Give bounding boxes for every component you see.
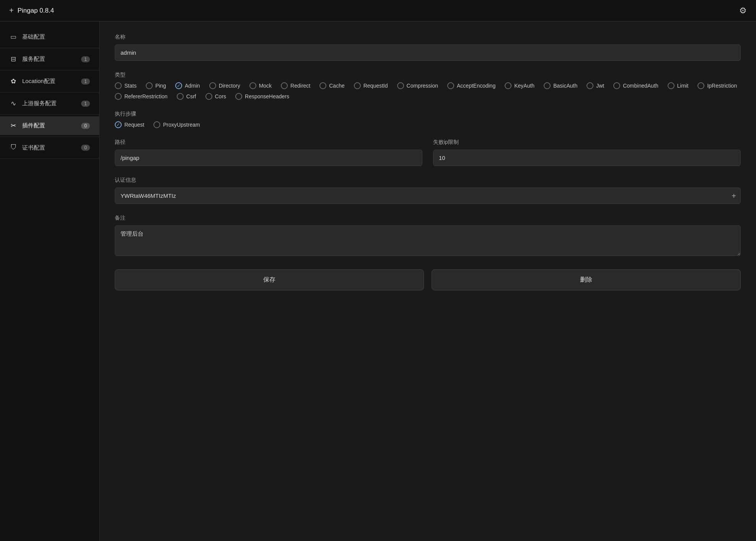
type-option-csrf[interactable]: Csrf xyxy=(177,93,196,100)
type-option-compression[interactable]: Compression xyxy=(397,82,438,89)
type-option-acceptencoding[interactable]: AcceptEncoding xyxy=(447,82,495,89)
type-option-limit[interactable]: Limit xyxy=(668,82,689,89)
header: + Pingap 0.8.4 ⚙ xyxy=(0,0,756,21)
type-label: 类型 xyxy=(115,72,741,78)
radio-label-mock: Mock xyxy=(259,83,272,89)
sidebar-divider xyxy=(0,158,99,159)
ip-limit-section: 失败ip限制 xyxy=(433,139,741,166)
radio-label-csrf: Csrf xyxy=(186,93,196,99)
type-option-cache[interactable]: Cache xyxy=(319,82,344,89)
sidebar-item-plugin[interactable]: ✂ 插件配置 0 xyxy=(0,116,99,135)
sidebar-icon-location: ✿ xyxy=(9,77,18,85)
ip-limit-input[interactable] xyxy=(433,150,741,166)
radio-label-keyauth: KeyAuth xyxy=(514,83,534,89)
sidebar-divider xyxy=(0,92,99,93)
step-option-request[interactable]: Request xyxy=(115,121,144,128)
sidebar-label-upstream: 上游服务配置 xyxy=(22,100,77,107)
radio-label-iprestriction: IpRestriction xyxy=(707,83,737,89)
sidebar-item-location[interactable]: ✿ Location配置 1 xyxy=(0,72,99,91)
step-circle-proxyupstream xyxy=(153,121,160,128)
radio-circle-stats xyxy=(115,82,122,89)
radio-circle-requestid xyxy=(354,82,361,89)
name-label: 名称 xyxy=(115,34,741,41)
remark-textarea[interactable] xyxy=(115,225,741,256)
auth-field-wrapper: + xyxy=(115,187,741,204)
name-input[interactable] xyxy=(115,44,741,61)
sidebar-badge-service: 1 xyxy=(81,56,90,62)
type-radio-group: Stats Ping Admin Directory Mock Redirect… xyxy=(115,82,741,100)
type-option-ping[interactable]: Ping xyxy=(146,82,166,89)
step-circle-request xyxy=(115,121,122,128)
delete-button[interactable]: 删除 xyxy=(432,269,741,290)
type-option-jwt[interactable]: Jwt xyxy=(587,82,604,89)
radio-circle-refererrestriction xyxy=(115,93,122,100)
radio-circle-redirect xyxy=(281,82,288,89)
save-button[interactable]: 保存 xyxy=(115,269,424,290)
type-option-refererrestriction[interactable]: RefererRestriction xyxy=(115,93,168,100)
type-option-mock[interactable]: Mock xyxy=(249,82,272,89)
type-option-requestid[interactable]: RequestId xyxy=(354,82,388,89)
sidebar-badge-cert: 0 xyxy=(81,145,90,151)
step-option-proxyupstream[interactable]: ProxyUpstream xyxy=(153,121,200,128)
type-option-keyauth[interactable]: KeyAuth xyxy=(505,82,534,89)
gear-icon[interactable]: ⚙ xyxy=(739,6,747,16)
radio-circle-basicauth xyxy=(544,82,551,89)
sidebar-label-cert: 证书配置 xyxy=(22,144,77,152)
radio-label-acceptencoding: AcceptEncoding xyxy=(457,83,495,89)
type-option-iprestriction[interactable]: IpRestriction xyxy=(697,82,737,89)
bottom-bar: 保存 删除 xyxy=(115,269,741,297)
path-section: 路径 xyxy=(115,139,422,166)
auth-plus-button[interactable]: + xyxy=(732,192,736,200)
name-section: 名称 xyxy=(115,34,741,61)
type-option-basicauth[interactable]: BasicAuth xyxy=(544,82,577,89)
radio-label-combinedauth: CombinedAuth xyxy=(623,83,658,89)
sidebar-item-cert[interactable]: ⛉ 证书配置 0 xyxy=(0,139,99,157)
auth-input[interactable] xyxy=(115,187,741,204)
auth-label: 认证信息 xyxy=(115,177,741,184)
path-input[interactable] xyxy=(115,150,422,166)
radio-circle-acceptencoding xyxy=(447,82,454,89)
sidebar-label-location: Location配置 xyxy=(22,78,77,85)
add-icon[interactable]: + xyxy=(9,6,14,15)
type-option-combinedauth[interactable]: CombinedAuth xyxy=(613,82,658,89)
type-option-cors[interactable]: Cors xyxy=(205,93,226,100)
sidebar-label-plugin: 插件配置 xyxy=(22,122,77,129)
radio-circle-mock xyxy=(249,82,256,89)
radio-circle-iprestriction xyxy=(697,82,704,89)
radio-circle-directory xyxy=(209,82,216,89)
radio-label-jwt: Jwt xyxy=(596,83,604,89)
radio-label-compression: Compression xyxy=(407,83,438,89)
remark-section: 备注 xyxy=(115,215,741,257)
type-option-admin[interactable]: Admin xyxy=(175,82,200,89)
type-option-stats[interactable]: Stats xyxy=(115,82,137,89)
sidebar-badge-plugin: 0 xyxy=(81,123,90,129)
radio-label-basicauth: BasicAuth xyxy=(553,83,577,89)
sidebar-badge-location: 1 xyxy=(81,78,90,85)
step-label-proxyupstream: ProxyUpstream xyxy=(163,122,200,128)
radio-circle-combinedauth xyxy=(613,82,620,89)
radio-label-cors: Cors xyxy=(215,93,226,99)
radio-circle-ping xyxy=(146,82,153,89)
step-label-request: Request xyxy=(124,122,144,128)
type-option-directory[interactable]: Directory xyxy=(209,82,240,89)
radio-label-requestid: RequestId xyxy=(363,83,388,89)
sidebar-icon-cert: ⛉ xyxy=(9,144,18,152)
sidebar-item-upstream[interactable]: ∿ 上游服务配置 1 xyxy=(0,94,99,113)
sidebar-item-basic[interactable]: ▭ 基础配置 xyxy=(0,28,99,46)
sidebar-badge-upstream: 1 xyxy=(81,101,90,107)
radio-circle-cors xyxy=(205,93,212,100)
sidebar-icon-basic: ▭ xyxy=(9,33,18,41)
sidebar-divider xyxy=(0,114,99,115)
radio-label-directory: Directory xyxy=(219,83,240,89)
main-content: 名称 类型 Stats Ping Admin Directory Mock Re… xyxy=(99,21,756,541)
sidebar-item-service[interactable]: ⊟ 服务配置 1 xyxy=(0,50,99,68)
type-option-redirect[interactable]: Redirect xyxy=(281,82,310,89)
step-radio-group: Request ProxyUpstream xyxy=(115,121,741,128)
sidebar-divider xyxy=(0,70,99,70)
type-option-responseheaders[interactable]: ResponseHeaders xyxy=(235,93,289,100)
radio-circle-responseheaders xyxy=(235,93,242,100)
radio-label-cache: Cache xyxy=(329,83,344,89)
radio-circle-keyauth xyxy=(505,82,512,89)
step-label: 执行步骤 xyxy=(115,111,741,117)
sidebar-icon-upstream: ∿ xyxy=(9,99,18,108)
